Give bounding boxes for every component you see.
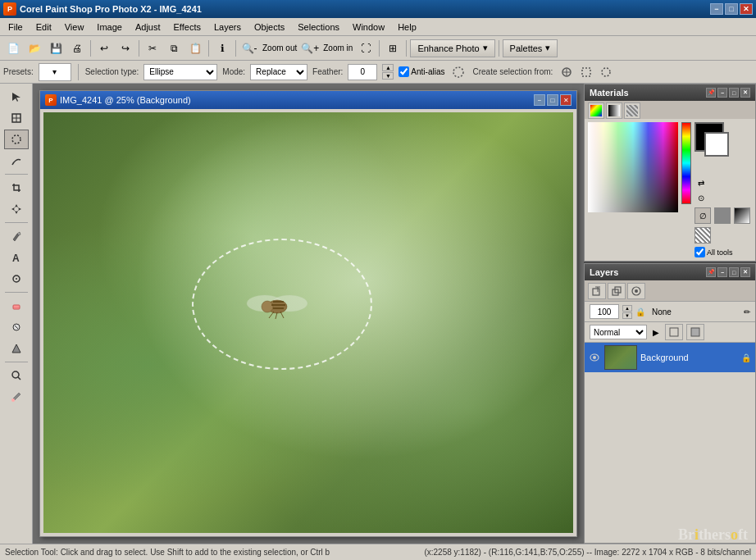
save-button[interactable]: 💾 — [46, 39, 66, 58]
opacity-down[interactable]: ▼ — [622, 312, 632, 319]
menu-edit[interactable]: Edit — [30, 18, 58, 35]
new-layer-button[interactable] — [588, 283, 606, 299]
menu-selections[interactable]: Selections — [291, 18, 346, 35]
menu-layers[interactable]: Layers — [207, 18, 248, 35]
palettes-dropdown-icon: ▾ — [545, 43, 550, 53]
blend-mode-select[interactable]: Normal Multiply Screen Overlay — [590, 325, 647, 339]
fit-button[interactable]: ⛶ — [356, 39, 376, 58]
info-button[interactable]: ℹ — [212, 39, 232, 58]
tool-clone[interactable] — [4, 269, 29, 289]
mode-select[interactable]: Replace Add Remove — [250, 64, 307, 80]
foreground-swatch[interactable] — [695, 122, 724, 152]
materials-pin-button[interactable]: 📌 — [706, 88, 716, 98]
layer-action-btn-1[interactable] — [665, 324, 683, 340]
feather-up[interactable]: ▲ — [382, 64, 394, 71]
create-from-icon-2[interactable] — [577, 63, 595, 81]
menu-help[interactable]: Help — [391, 18, 423, 35]
layer-properties-button[interactable] — [627, 283, 645, 299]
background-swatch[interactable] — [704, 132, 729, 157]
photo-canvas[interactable] — [43, 112, 573, 533]
layer-action-btn-2[interactable] — [686, 324, 704, 340]
tool-eyedropper[interactable] — [4, 387, 29, 407]
tool-zoom[interactable] — [4, 366, 29, 385]
maximize-button[interactable]: □ — [725, 3, 738, 15]
open-button[interactable]: 📂 — [25, 39, 44, 58]
workspace-button[interactable]: ⊞ — [383, 39, 403, 58]
menu-view[interactable]: View — [58, 18, 91, 35]
tool-eraser[interactable] — [4, 296, 29, 316]
lock-icon[interactable]: 🔒 — [635, 305, 649, 318]
zoom-out-label: Zoom out — [261, 43, 298, 52]
tool-sharpen[interactable] — [4, 339, 29, 358]
layers-close-button[interactable]: ✕ — [740, 267, 750, 277]
fill-none-icon[interactable]: ∅ — [695, 207, 711, 224]
redo-button[interactable]: ↪ — [116, 39, 135, 58]
menu-adjust[interactable]: Adjust — [129, 18, 167, 35]
minimize-button[interactable]: − — [710, 3, 723, 15]
color-swatch-tab[interactable] — [588, 102, 604, 119]
undo-button[interactable]: ↩ — [94, 39, 114, 58]
blend-mode-arrow[interactable]: ▶ — [650, 326, 662, 338]
layers-maximize-button[interactable]: □ — [729, 267, 739, 277]
materials-close-button[interactable]: ✕ — [740, 88, 750, 98]
separator-2 — [139, 40, 139, 57]
tool-freehand[interactable] — [4, 151, 29, 171]
create-from-icon-1[interactable] — [558, 63, 576, 81]
fill-color-icon[interactable] — [714, 207, 731, 224]
layer-opacity-input[interactable] — [590, 304, 619, 319]
materials-maximize-button[interactable]: □ — [729, 88, 739, 98]
tool-ellipse-select[interactable] — [4, 130, 29, 149]
feather-input[interactable] — [348, 64, 377, 80]
selection-circle-icon[interactable] — [449, 63, 467, 81]
tool-text[interactable]: A — [4, 248, 29, 267]
layer-row-background[interactable]: Background 🔒 — [585, 343, 755, 372]
fill-pattern-icon[interactable] — [695, 227, 711, 244]
copy-button[interactable]: ⧉ — [164, 39, 184, 58]
menu-objects[interactable]: Objects — [248, 18, 291, 35]
tool-dodge[interactable] — [4, 317, 29, 337]
hue-slider[interactable] — [681, 122, 691, 204]
cut-button[interactable]: ✂ — [143, 39, 162, 58]
zoom-in-button[interactable]: 🔍+ — [300, 39, 320, 58]
presets-dropdown[interactable]: ▾ — [39, 63, 71, 81]
menu-effects[interactable]: Effects — [167, 18, 207, 35]
fill-gradient-icon[interactable] — [734, 207, 750, 224]
gradient-tab[interactable] — [606, 102, 622, 119]
tool-paint[interactable] — [4, 226, 29, 246]
create-from-icon-3[interactable] — [597, 63, 615, 81]
layers-minimize-button[interactable]: − — [717, 267, 727, 277]
pattern-tab[interactable] — [624, 102, 640, 119]
tool-move[interactable] — [4, 199, 29, 219]
menu-file[interactable]: File — [2, 18, 30, 35]
menu-image[interactable]: Image — [90, 18, 129, 35]
palettes-button[interactable]: Palettes ▾ — [503, 39, 558, 57]
all-tools-checkbox[interactable] — [695, 247, 705, 257]
layers-pin-button[interactable]: 📌 — [706, 267, 716, 277]
opacity-up[interactable]: ▲ — [622, 305, 632, 312]
color-picker[interactable] — [588, 122, 678, 212]
print-button[interactable]: 🖨 — [67, 39, 87, 58]
tool-arrow[interactable] — [4, 87, 29, 107]
close-button[interactable]: ✕ — [740, 3, 753, 15]
swap-colors-icon[interactable]: ⇄ — [695, 176, 708, 189]
anti-alias-checkbox[interactable] — [398, 66, 409, 77]
enhance-photo-button[interactable]: Enhance Photo ▾ — [410, 39, 494, 57]
image-minimize-button[interactable]: − — [534, 94, 545, 106]
zoom-out-button[interactable]: 🔍- — [239, 39, 259, 58]
tool-select[interactable] — [4, 108, 29, 128]
tool-crop[interactable] — [4, 178, 29, 198]
materials-right: ⇄ ⊙ ∅ All tools — [695, 122, 752, 257]
edit-blend-icon[interactable]: ✏ — [744, 307, 750, 316]
layer-lock-icon[interactable]: 🔒 — [740, 352, 752, 363]
image-close-button[interactable]: ✕ — [560, 94, 572, 106]
layer-visibility-icon[interactable] — [588, 351, 601, 364]
selection-type-select[interactable]: Ellipse Rectangle Freehand — [143, 64, 217, 80]
reset-colors-icon[interactable]: ⊙ — [695, 191, 708, 204]
duplicate-layer-button[interactable] — [608, 283, 626, 299]
paste-button[interactable]: 📋 — [185, 39, 205, 58]
feather-down[interactable]: ▼ — [382, 72, 394, 80]
image-maximize-button[interactable]: □ — [547, 94, 558, 106]
menu-window[interactable]: Window — [346, 18, 391, 35]
materials-minimize-button[interactable]: − — [717, 88, 727, 98]
new-button[interactable]: 📄 — [3, 39, 23, 58]
